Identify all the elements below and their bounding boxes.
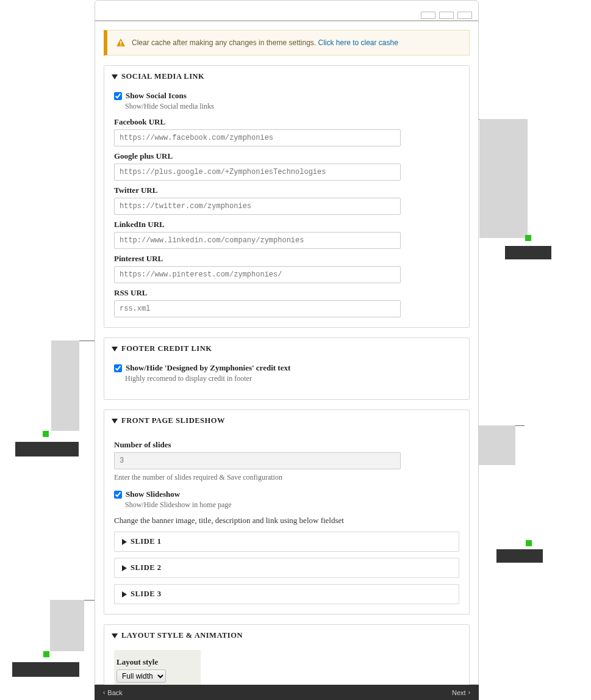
caret-down-icon xyxy=(112,633,118,638)
window-control-button[interactable] xyxy=(457,12,472,19)
panel-header xyxy=(95,1,478,21)
window-control-button[interactable] xyxy=(421,12,435,19)
slide-fieldset: SLIDE 2 xyxy=(114,558,459,578)
annotation-block xyxy=(476,425,515,465)
fieldset-title: SOCIAL MEDIA LINK xyxy=(121,72,204,81)
caret-down-icon xyxy=(112,419,118,424)
annotation-block xyxy=(479,119,528,238)
alert-text: Clear cache after making any changes in … xyxy=(132,38,398,47)
fieldset-title: FRONT PAGE SLIDESHOW xyxy=(121,416,225,425)
show-slideshow-desc: Show/Hide Slideshow in home page xyxy=(125,500,459,510)
caret-down-icon xyxy=(112,347,118,352)
annotation-dot xyxy=(43,431,49,437)
footer-credit-desc: Highly recomend to display credit in foo… xyxy=(125,374,459,383)
num-slides-label: Number of slides xyxy=(114,440,459,450)
fieldset-social-toggle[interactable]: SOCIAL MEDIA LINK xyxy=(104,66,469,87)
window-controls xyxy=(421,12,472,19)
footer-nav-bar: ‹ Back Next › xyxy=(95,685,479,700)
annotation-bar xyxy=(505,246,551,259)
twitter-input[interactable] xyxy=(114,198,401,215)
annotation-dot xyxy=(525,235,531,241)
alert-prefix: Clear cache after making any changes in … xyxy=(132,38,318,47)
fieldset-footer-toggle[interactable]: FOOTER CREDIT LINK xyxy=(104,338,469,359)
svg-rect-0 xyxy=(120,41,121,44)
google-input[interactable] xyxy=(114,164,401,181)
annotation-bar xyxy=(496,549,543,563)
linkedin-input[interactable] xyxy=(114,232,401,249)
annotation-bar xyxy=(15,442,79,456)
warning-icon xyxy=(116,38,126,48)
settings-panel: Clear cache after making any changes in … xyxy=(95,0,479,685)
slide-title: SLIDE 3 xyxy=(131,590,161,599)
back-label: Back xyxy=(107,689,122,696)
show-social-icons-checkbox[interactable] xyxy=(114,92,122,100)
annotation-block xyxy=(50,600,84,651)
fieldset-slideshow-toggle[interactable]: FRONT PAGE SLIDESHOW xyxy=(104,410,469,431)
show-social-icons-desc: Show/Hide Social media links xyxy=(125,102,459,111)
facebook-input[interactable] xyxy=(114,129,401,146)
caret-right-icon xyxy=(122,591,127,597)
slide-fieldset: SLIDE 3 xyxy=(114,584,459,604)
twitter-label: Twitter URL xyxy=(114,186,459,195)
annotation-bar xyxy=(12,662,79,677)
layout-style-label: Layout style xyxy=(116,657,195,667)
google-label: Google plus URL xyxy=(114,151,459,161)
layout-style-select[interactable]: Full width xyxy=(116,669,166,683)
caret-right-icon xyxy=(122,539,127,545)
annotation-dot xyxy=(526,540,532,546)
fieldset-footer-credit: FOOTER CREDIT LINK Show/Hide 'Designed b… xyxy=(104,337,470,400)
next-button[interactable]: Next › xyxy=(452,689,470,696)
chevron-left-icon: ‹ xyxy=(103,689,105,696)
show-slideshow-checkbox[interactable] xyxy=(114,491,122,499)
chevron-right-icon: › xyxy=(468,689,470,696)
slide-title: SLIDE 1 xyxy=(131,537,161,546)
slide-fieldset: SLIDE 1 xyxy=(114,532,459,552)
clear-cache-alert: Clear cache after making any changes in … xyxy=(104,30,470,56)
caret-right-icon xyxy=(122,565,127,571)
rss-input[interactable] xyxy=(114,300,401,317)
rss-label: RSS URL xyxy=(114,288,459,298)
pinterest-input[interactable] xyxy=(114,266,401,283)
next-label: Next xyxy=(452,689,466,696)
slide-toggle[interactable]: SLIDE 2 xyxy=(115,558,459,577)
fieldset-layout-toggle[interactable]: LAYOUT STYLE & ANIMATION xyxy=(104,625,469,646)
window-control-button[interactable] xyxy=(439,12,454,19)
num-slides-input[interactable] xyxy=(114,452,401,469)
fieldset-title: LAYOUT STYLE & ANIMATION xyxy=(121,631,243,640)
fieldset-social: SOCIAL MEDIA LINK Show Social Icons Show… xyxy=(104,65,470,328)
footer-credit-checkbox[interactable] xyxy=(114,364,122,372)
slide-title: SLIDE 2 xyxy=(131,563,161,572)
clear-cache-link[interactable]: Click here to clear cashe xyxy=(318,38,398,47)
pinterest-label: Pinterest URL xyxy=(114,254,459,264)
back-button[interactable]: ‹ Back xyxy=(103,689,123,696)
show-social-icons-label: Show Social Icons xyxy=(126,91,187,101)
show-slideshow-label: Show Slideshow xyxy=(126,489,180,499)
annotation-dot xyxy=(43,651,49,657)
fieldset-title: FOOTER CREDIT LINK xyxy=(121,344,212,353)
linkedin-label: LinkedIn URL xyxy=(114,220,459,229)
caret-down-icon xyxy=(112,74,118,79)
slideshow-note: Change the banner image, title, descript… xyxy=(114,516,459,525)
svg-rect-1 xyxy=(120,45,121,46)
annotation-block xyxy=(51,341,79,431)
num-slides-help: Enter the number of slides required & Sa… xyxy=(114,473,459,482)
slide-toggle[interactable]: SLIDE 3 xyxy=(115,585,459,604)
slide-toggle[interactable]: SLIDE 1 xyxy=(115,532,459,551)
facebook-label: Facebook URL xyxy=(114,117,459,127)
fieldset-slideshow: FRONT PAGE SLIDESHOW Number of slides En… xyxy=(104,410,470,615)
footer-credit-label: Show/Hide 'Designed by Zymphonies' credi… xyxy=(126,363,290,373)
